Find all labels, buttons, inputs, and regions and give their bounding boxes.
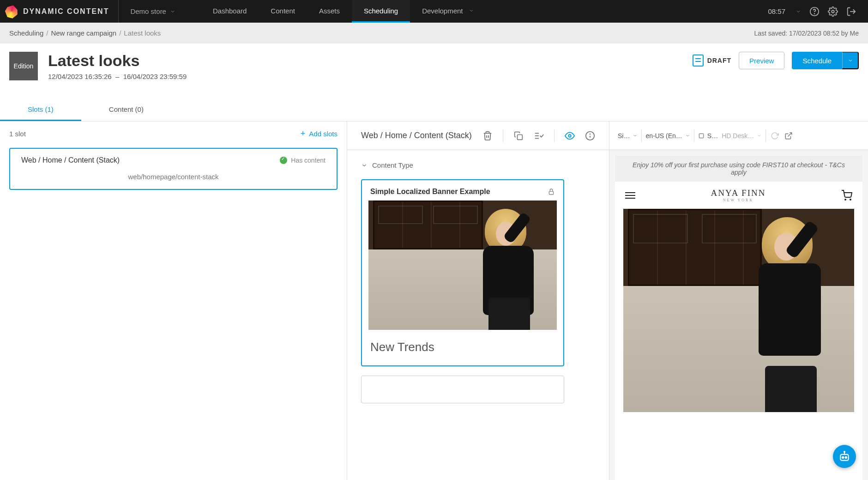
copy-icon[interactable] <box>513 131 524 141</box>
lock-icon <box>548 188 555 195</box>
nav-tab-assets[interactable]: Assets <box>307 0 352 23</box>
slot-title: Web / Home / Content (Stack) <box>21 156 120 164</box>
content-title: Web / Home / Content (Stack) <box>361 131 472 140</box>
slot-path: web/homepage/content-stack <box>21 173 326 181</box>
chevron-down-icon <box>469 8 474 13</box>
preview-logo: ANYA FINN NEW YORK <box>711 188 766 202</box>
content-panel: Web / Home / Content (Stack) <box>347 122 609 480</box>
chevron-down-icon <box>848 58 853 63</box>
slot-card[interactable]: Web / Home / Content (Stack) Has content… <box>9 148 338 190</box>
crumb-current: Latest looks <box>124 29 161 37</box>
svg-point-18 <box>842 457 844 458</box>
slots-panel: 1 slot + Add slots Web / Home / Content … <box>0 122 347 480</box>
svg-rect-4 <box>518 134 523 140</box>
schedule-button[interactable]: Schedule <box>792 52 842 69</box>
check-icon <box>280 157 287 164</box>
chevron-down-icon[interactable] <box>796 9 801 14</box>
draft-icon <box>693 55 704 67</box>
breadcrumb: Scheduling / New range campaign / Latest… <box>0 23 868 43</box>
cart-icon[interactable] <box>841 190 852 201</box>
svg-point-2 <box>832 10 834 13</box>
svg-point-11 <box>590 134 591 134</box>
external-icon[interactable] <box>784 131 794 141</box>
chevron-down-icon <box>170 9 175 14</box>
svg-point-19 <box>845 457 847 458</box>
list-check-icon[interactable] <box>534 131 544 141</box>
content-card-empty[interactable] <box>361 376 564 403</box>
nav-tabs: Dashboard Content Assets Scheduling Deve… <box>201 0 486 23</box>
bot-icon <box>838 450 850 462</box>
page-title: Latest looks <box>48 52 187 70</box>
schedule-caret[interactable] <box>842 52 859 69</box>
logout-icon[interactable] <box>846 6 856 17</box>
gear-icon[interactable] <box>828 6 838 17</box>
preview-panel: Si… en-US (En… S… HD Desk… <box>609 122 868 480</box>
nav-tab-development[interactable]: Development <box>410 0 486 23</box>
top-nav: DYNAMIC CONTENT Demo store Dashboard Con… <box>0 0 868 23</box>
preview-mode-select[interactable]: Si… <box>618 132 638 140</box>
rotate-icon[interactable] <box>770 131 780 141</box>
device-long-select[interactable]: HD Desk… <box>722 132 762 140</box>
svg-point-16 <box>850 199 851 200</box>
status-badge: DRAFT <box>693 55 731 67</box>
content-card-image <box>368 201 557 330</box>
date-range: 12/04/2023 16:35:26 – 16/04/2023 23:59:5… <box>48 73 187 80</box>
eye-icon[interactable] <box>565 131 575 141</box>
device-short-select[interactable]: S… <box>698 132 718 140</box>
content-card-title: Simple Localized Banner Example <box>370 188 490 196</box>
svg-point-1 <box>814 13 815 14</box>
edition-badge: Edition <box>9 52 38 80</box>
preview-frame: Enjoy 10% off your first purchase using … <box>615 156 862 480</box>
svg-point-8 <box>568 134 571 137</box>
page-tabs: Slots (1) Content (0) <box>0 99 868 122</box>
svg-point-15 <box>845 199 846 200</box>
clock: 08:57 <box>768 7 785 15</box>
nav-tab-content[interactable]: Content <box>259 0 307 23</box>
store-picker[interactable]: Demo store <box>118 0 187 23</box>
tab-content[interactable]: Content (0) <box>81 99 171 121</box>
brand-name: DYNAMIC CONTENT <box>23 7 118 16</box>
preview-surface: Enjoy 10% off your first purchase using … <box>609 150 868 480</box>
svg-point-21 <box>844 451 845 452</box>
help-icon[interactable] <box>809 6 820 17</box>
svg-rect-12 <box>549 191 553 194</box>
content-card-caption: New Trends <box>362 330 563 365</box>
main: 1 slot + Add slots Web / Home / Content … <box>0 122 868 480</box>
chevron-down-icon <box>361 162 368 169</box>
promo-bar: Enjoy 10% off your first purchase using … <box>615 156 862 182</box>
locale-select[interactable]: en-US (En… <box>645 132 690 140</box>
chevron-down-icon <box>757 133 762 138</box>
info-icon[interactable] <box>585 131 595 141</box>
content-type-header[interactable]: Content Type <box>361 161 595 169</box>
slot-count: 1 slot <box>9 130 26 138</box>
chevron-down-icon <box>633 133 638 138</box>
plus-icon: + <box>301 129 306 139</box>
preview-button[interactable]: Preview <box>739 52 784 69</box>
crumb-scheduling[interactable]: Scheduling <box>9 29 43 37</box>
chevron-down-icon <box>685 133 690 138</box>
add-slots-button[interactable]: + Add slots <box>301 129 338 139</box>
store-label: Demo store <box>130 7 166 15</box>
nav-tab-scheduling[interactable]: Scheduling <box>352 0 410 23</box>
app-logo[interactable] <box>0 0 23 23</box>
slot-status: Has content <box>280 157 326 164</box>
svg-line-14 <box>788 133 792 136</box>
svg-rect-13 <box>699 134 703 138</box>
crumb-campaign[interactable]: New range campaign <box>51 29 116 37</box>
schedule-split-button: Schedule <box>792 52 859 69</box>
preview-header: ANYA FINN NEW YORK <box>615 182 862 209</box>
preview-hero-image <box>623 209 854 412</box>
device-icon <box>698 133 705 139</box>
last-saved: Last saved: 17/02/2023 08:52 by Me <box>754 30 859 37</box>
content-card[interactable]: Simple Localized Banner Example New Tren… <box>361 179 564 366</box>
svg-rect-17 <box>840 455 848 461</box>
delete-icon[interactable] <box>482 131 493 141</box>
hamburger-icon[interactable] <box>625 192 635 199</box>
nav-tab-dashboard[interactable]: Dashboard <box>201 0 259 23</box>
page-header: Edition Latest looks 12/04/2023 16:35:26… <box>0 43 868 85</box>
chat-fab[interactable] <box>833 445 856 468</box>
preview-toolbar: Si… en-US (En… S… HD Desk… <box>609 122 868 150</box>
tab-slots[interactable]: Slots (1) <box>0 99 81 121</box>
